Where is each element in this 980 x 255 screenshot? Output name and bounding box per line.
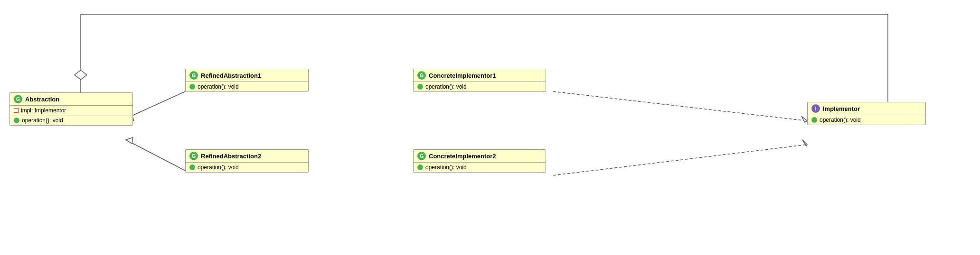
implementor-method-icon: [811, 117, 817, 123]
refined-abstraction1-header: G RefinedAbstraction1: [186, 69, 308, 82]
ra1-method-icon: [189, 84, 195, 90]
refined-abstraction2-box: G RefinedAbstraction2 operation(): void: [185, 149, 309, 173]
abstraction-box: G Abstraction impl: Implementor operatio…: [9, 92, 133, 126]
abstraction-header: G Abstraction: [10, 93, 132, 106]
ra1-class-icon: G: [189, 71, 198, 80]
ci1-method-row: operation(): void: [414, 82, 546, 91]
ra2-method-row: operation(): void: [186, 163, 308, 172]
svg-line-10: [553, 145, 807, 175]
svg-marker-3: [75, 70, 87, 80]
ci1-header: G ConcreteImplementor1: [414, 69, 546, 82]
concrete-implementor1-box: G ConcreteImplementor1 operation(): void: [413, 69, 546, 92]
implementor-method-row: operation(): void: [808, 115, 925, 125]
svg-line-6: [126, 140, 185, 171]
abstraction-method-row: operation(): void: [10, 116, 132, 125]
abstraction-method-text: operation(): void: [22, 117, 63, 124]
ra2-method-text: operation(): void: [198, 164, 239, 171]
ci2-class-icon: G: [417, 152, 426, 160]
concrete-implementor2-box: G ConcreteImplementor2 operation(): void: [413, 149, 546, 173]
ci2-method-row: operation(): void: [414, 163, 546, 172]
svg-line-8: [553, 91, 807, 121]
implementor-method-text: operation(): void: [820, 117, 861, 123]
ci2-method-icon: [417, 164, 423, 170]
ra2-title: RefinedAbstraction2: [201, 153, 261, 160]
method-icon: [14, 118, 19, 123]
svg-marker-7: [126, 137, 133, 144]
refined-abstraction1-box: G RefinedAbstraction1 operation(): void: [185, 69, 309, 92]
ra1-method-text: operation(): void: [198, 83, 239, 90]
ci2-header: G ConcreteImplementor2: [414, 150, 546, 163]
abstraction-class-icon: G: [14, 95, 22, 103]
ra2-method-icon: [189, 164, 195, 170]
implementor-title: Implementor: [823, 105, 860, 112]
arrows-svg: [0, 0, 980, 255]
ci1-method-icon: [417, 84, 423, 90]
ci1-method-text: operation(): void: [425, 83, 467, 90]
ra1-title: RefinedAbstraction1: [201, 72, 261, 79]
ci1-class-icon: G: [417, 71, 426, 80]
ci2-title: ConcreteImplementor2: [429, 153, 496, 160]
field-icon: [14, 108, 19, 113]
refined-abstraction2-header: G RefinedAbstraction2: [186, 150, 308, 163]
svg-marker-11: [802, 140, 807, 146]
implementor-class-icon: I: [811, 104, 820, 113]
abstraction-field-text: impl: Implementor: [21, 107, 66, 114]
abstraction-field-row: impl: Implementor: [10, 106, 132, 116]
implementor-box: I Implementor operation(): void: [807, 102, 926, 125]
svg-line-4: [126, 91, 185, 118]
diagram-container: G Abstraction impl: Implementor operatio…: [0, 0, 980, 255]
ci2-method-text: operation(): void: [425, 164, 467, 171]
svg-marker-9: [801, 116, 807, 122]
implementor-header: I Implementor: [808, 102, 925, 115]
ra1-method-row: operation(): void: [186, 82, 308, 91]
ra2-class-icon: G: [189, 152, 198, 160]
abstraction-title: Abstraction: [25, 96, 59, 103]
ci1-title: ConcreteImplementor1: [429, 72, 496, 79]
